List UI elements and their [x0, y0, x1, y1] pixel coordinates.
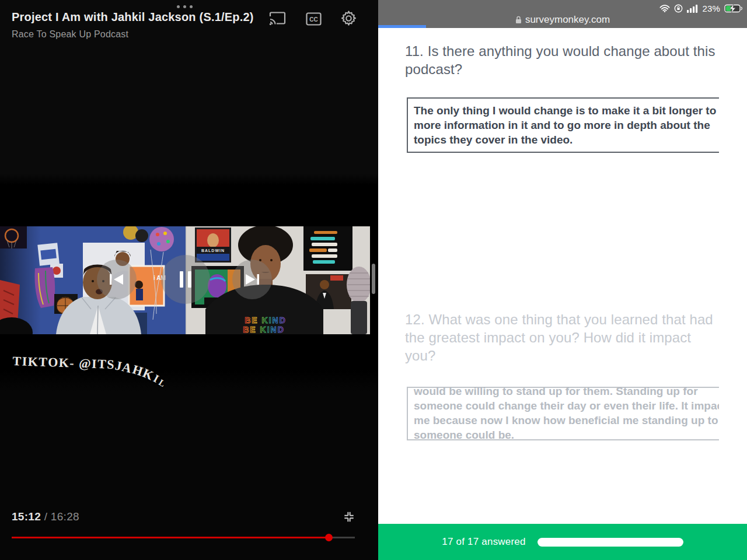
cc-label: CC: [309, 16, 317, 23]
closed-captions-icon[interactable]: CC: [306, 12, 322, 28]
seek-bar[interactable]: [12, 537, 355, 538]
next-track-icon: [243, 272, 261, 287]
question-12-title: 12. What was one thing that you learned …: [405, 310, 713, 365]
status-bar: 23%: [659, 4, 742, 13]
cellular-signal-icon: [687, 5, 698, 13]
battery-percent: 23%: [702, 4, 720, 13]
lock-icon: [515, 16, 522, 24]
seek-bar-fill: [12, 537, 329, 538]
battery-charging-icon: [724, 4, 742, 13]
video-title: Project I Am with Jahkil Jackson (S.1/Ep…: [12, 10, 292, 24]
time-display: 15:12 / 16:28: [12, 510, 79, 523]
baldwin-poster-text: BALDWIN: [201, 249, 225, 253]
seek-scrubber-handle[interactable]: [325, 534, 333, 541]
exit-fullscreen-icon[interactable]: [343, 510, 355, 526]
ipad-split-screen: Project I Am with Jahkil Jackson (S.1/Ep…: [0, 0, 747, 560]
browser-pane: 23% surveymonkey.com 11. Is there anythi: [378, 0, 747, 560]
url-text: surveymonkey.com: [525, 14, 610, 26]
browser-address-bar[interactable]: 23% surveymonkey.com: [378, 0, 747, 28]
previous-track-icon: [108, 272, 125, 287]
current-time: 15:12: [12, 510, 41, 523]
question-11-answer-clip: The only thing I would change is to make…: [407, 97, 719, 153]
question-11-answer-textarea[interactable]: The only thing I would change is to make…: [407, 97, 719, 153]
previous-video-button[interactable]: [97, 260, 137, 299]
shirt-text-2: BE KIND: [243, 325, 285, 334]
survey-progress-fill: [537, 538, 683, 547]
survey-progress-footer: 17 of 17 answered: [378, 524, 747, 560]
wifi-icon: [659, 5, 670, 12]
video-duration: 16:28: [51, 510, 79, 523]
rotation-lock-icon: [674, 4, 683, 13]
window-handle-icon[interactable]: [177, 5, 193, 8]
scrollbar-thumb[interactable]: [372, 264, 375, 294]
question-12-answer-textarea[interactable]: would be willing to stand up for them. S…: [407, 387, 719, 440]
settings-gear-icon[interactable]: [340, 10, 357, 29]
question-11-title: 11. Is there anything you would change a…: [405, 42, 715, 78]
survey-progress-bar: [537, 538, 683, 547]
next-video-button[interactable]: [232, 260, 272, 299]
video-left-room: i AM: [0, 226, 186, 334]
pause-icon: [177, 270, 194, 289]
video-player-pane[interactable]: Project I Am with Jahkil Jackson (S.1/Ep…: [0, 0, 378, 560]
answered-count-label: 17 of 17 answered: [442, 536, 525, 548]
shirt-text-1: BE KIND: [245, 316, 287, 325]
cast-icon[interactable]: [268, 11, 287, 29]
channel-name: Race To Speak Up Podcast: [12, 29, 128, 40]
pause-button[interactable]: [161, 255, 210, 304]
video-overlay-caption: TIKTOK- @ITSJAHKIL: [12, 354, 166, 374]
video-right-room: BALDWIN: [186, 226, 370, 334]
url-field[interactable]: surveymonkey.com: [378, 14, 747, 26]
page-loading-bar: [378, 25, 426, 28]
question-12-answer-clip: would be willing to stand up for them. S…: [407, 387, 719, 440]
